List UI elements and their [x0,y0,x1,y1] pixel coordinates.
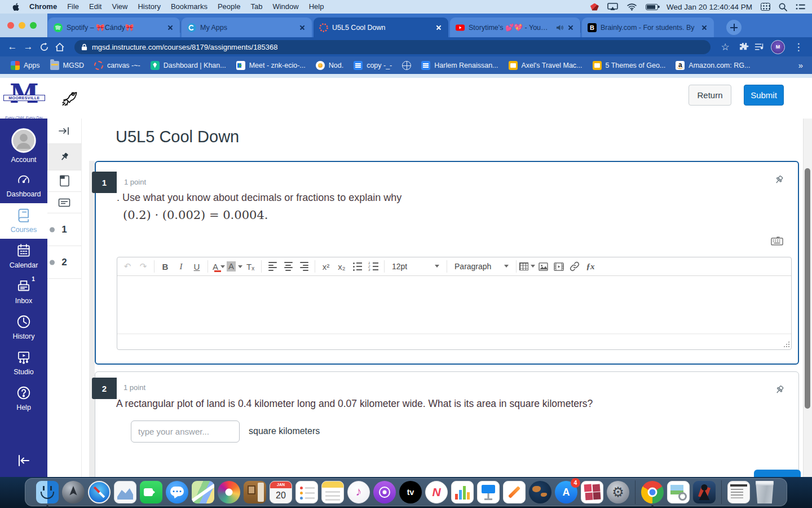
insert-equation-button[interactable]: ƒx [582,259,598,274]
new-tab-button[interactable] [726,20,742,35]
dock-calendar-icon[interactable]: JAN20 [270,481,292,503]
font-size-dropdown[interactable]: 12pt [387,262,444,271]
italic-button[interactable]: I [173,259,189,274]
dock-pages-icon[interactable] [503,481,526,503]
bookmark-apps[interactable]: Apps [6,61,45,70]
question-nav-item-2[interactable]: 2 [47,246,81,279]
dock-finder-icon[interactable] [36,481,59,503]
minimize-window-button[interactable] [19,22,25,29]
bookmark-harlem[interactable]: Harlem Renaissan... [416,61,503,70]
redo-icon[interactable]: ↷ [135,259,151,274]
music-queue-extension-icon[interactable] [754,42,765,51]
paragraph-format-dropdown[interactable]: Paragraph [450,262,513,271]
tab-brainly[interactable]: B Brainly.com - For students. By [582,17,714,37]
expand-panel-icon[interactable] [47,119,81,143]
dock-facetime-icon[interactable] [140,481,162,503]
collapse-nav-icon[interactable] [16,454,32,467]
menu-item-file[interactable]: File [62,0,84,14]
dock-notes-icon[interactable] [321,481,344,503]
dock-reminders-icon[interactable] [295,481,318,503]
menu-bar-clock[interactable]: Wed Jan 20 12:40:44 PM [667,3,752,11]
dock-messages-icon[interactable] [166,481,188,503]
screen-mirroring-icon[interactable] [607,3,618,11]
submit-button[interactable]: Submit [744,85,784,106]
dock-app-store-icon[interactable]: A4 [555,481,577,503]
forward-button[interactable]: → [20,39,36,55]
numbered-list-button[interactable]: 123 [365,259,381,274]
table-button[interactable] [519,259,535,274]
pinned-questions-toggle[interactable] [47,143,81,170]
battery-icon[interactable] [646,4,658,10]
page-scrollbar-thumb[interactable] [805,168,810,409]
dock-launchpad-icon[interactable] [62,481,85,503]
menu-item-chrome[interactable]: Chrome [24,0,62,14]
extensions-puzzle-icon[interactable] [739,42,749,52]
lock-icon[interactable] [81,43,87,51]
tab-audio-icon[interactable] [556,24,563,31]
sidebar-item-courses[interactable]: Courses [0,203,47,239]
insert-video-button[interactable] [551,259,567,274]
bookmark-5-themes[interactable]: 5 Themes of Geo... [588,61,671,70]
menu-item-tab[interactable]: Tab [245,0,267,14]
dock-keynote-icon[interactable] [477,481,500,503]
notebook-panel-icon[interactable] [47,170,81,192]
profile-avatar[interactable]: M [771,40,785,54]
dock-mail-icon[interactable] [114,481,136,503]
tab-close-icon[interactable] [567,24,575,32]
pin-question-icon[interactable] [774,384,785,396]
menu-item-people[interactable]: People [213,0,245,14]
close-window-button[interactable] [7,22,14,29]
wifi-icon[interactable] [626,3,637,11]
menu-item-view[interactable]: View [107,0,133,14]
dock-contacts-icon[interactable] [244,481,266,503]
tab-u5l5-cool-down[interactable]: U5L5 Cool Down [314,17,448,37]
dock-photo-booth-icon[interactable] [581,481,603,503]
tab-my-apps[interactable]: My Apps [182,17,312,37]
bookmark-globe[interactable] [397,61,416,70]
menu-item-window[interactable]: Window [267,0,303,14]
align-center-button[interactable] [280,259,296,274]
highlight-color-button[interactable]: A [227,259,242,274]
undo-icon[interactable]: ↶ [120,259,135,274]
input-source-icon[interactable] [761,3,770,11]
align-right-button[interactable] [296,259,312,274]
bookmark-nod[interactable]: Nod. [311,61,348,70]
bullet-list-button[interactable] [350,259,365,274]
dock-podcasts-icon[interactable] [373,481,396,503]
subscript-button[interactable]: x₂ [334,259,350,274]
menu-item-history[interactable]: History [133,0,165,14]
tab-close-icon[interactable] [298,24,306,32]
back-button[interactable]: ← [5,39,20,55]
reload-button[interactable] [36,39,52,55]
dock-system-preferences-icon[interactable] [607,481,629,503]
sidebar-item-help[interactable]: Help [0,381,47,417]
tab-close-icon[interactable] [700,24,708,32]
tab-spotify[interactable]: Spotify – 🎀Cándy🎀 [48,17,180,37]
bookmark-star-icon[interactable]: ☆ [717,39,733,55]
menu-item-bookmarks[interactable]: Bookmarks [166,0,213,14]
chrome-menu-icon[interactable]: ⋮ [791,39,806,55]
rce-resize-handle[interactable] [783,341,789,347]
home-button[interactable] [52,39,68,55]
sidebar-item-account[interactable]: Account [0,124,47,169]
bookmark-amazon[interactable]: aAmazon.com: RG... [670,61,755,70]
insert-link-button[interactable] [567,259,582,274]
apple-menu-icon[interactable] [7,2,24,12]
dock-preview-icon[interactable] [667,481,690,503]
dock-apple-tv-icon[interactable]: tv [399,481,422,503]
bookmark-khan-dashboard[interactable]: Dashboard | Khan... [145,61,231,70]
dock-maps-icon[interactable] [192,481,214,503]
bookmarks-overflow-icon[interactable]: » [795,60,806,70]
sidebar-item-dashboard[interactable]: Dashboard [0,169,47,203]
pin-question-icon[interactable] [773,174,784,186]
bookmark-axels-travel[interactable]: Axel's Travel Mac... [504,61,588,70]
dock-photos-icon[interactable] [218,481,240,503]
dock-safari-icon[interactable] [88,481,111,503]
bookmark-mgsd-folder[interactable]: MGSD [45,61,90,70]
bookmark-copy[interactable]: copy -_- [348,61,397,70]
zoom-window-button[interactable] [30,22,37,29]
tab-close-icon[interactable] [435,24,443,32]
question-nav-item-1[interactable]: 1 [47,213,81,246]
keyboard-shortcuts-icon[interactable] [771,237,783,246]
bookmark-meet[interactable]: Meet - znk-ecio-... [231,61,311,70]
